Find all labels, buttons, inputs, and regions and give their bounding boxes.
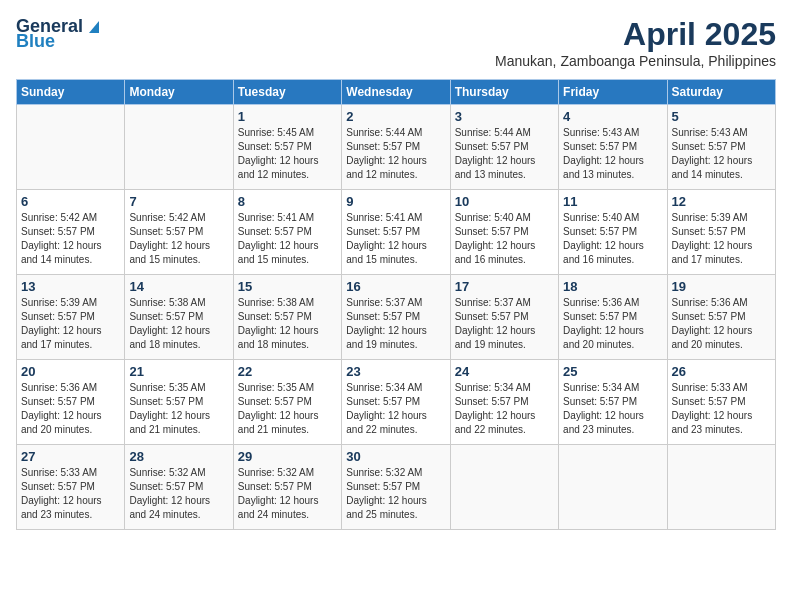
calendar-cell: 19Sunrise: 5:36 AM Sunset: 5:57 PM Dayli…	[667, 275, 775, 360]
day-number: 29	[238, 449, 337, 464]
header-cell-tuesday: Tuesday	[233, 80, 341, 105]
day-info: Sunrise: 5:37 AM Sunset: 5:57 PM Dayligh…	[346, 296, 445, 352]
day-info: Sunrise: 5:32 AM Sunset: 5:57 PM Dayligh…	[346, 466, 445, 522]
day-info: Sunrise: 5:45 AM Sunset: 5:57 PM Dayligh…	[238, 126, 337, 182]
calendar-cell: 20Sunrise: 5:36 AM Sunset: 5:57 PM Dayli…	[17, 360, 125, 445]
calendar-week-3: 13Sunrise: 5:39 AM Sunset: 5:57 PM Dayli…	[17, 275, 776, 360]
calendar-cell: 21Sunrise: 5:35 AM Sunset: 5:57 PM Dayli…	[125, 360, 233, 445]
day-number: 6	[21, 194, 120, 209]
calendar-cell: 4Sunrise: 5:43 AM Sunset: 5:57 PM Daylig…	[559, 105, 667, 190]
day-info: Sunrise: 5:39 AM Sunset: 5:57 PM Dayligh…	[672, 211, 771, 267]
day-number: 7	[129, 194, 228, 209]
day-number: 2	[346, 109, 445, 124]
logo: General Blue	[16, 16, 103, 52]
day-info: Sunrise: 5:36 AM Sunset: 5:57 PM Dayligh…	[21, 381, 120, 437]
calendar-cell	[125, 105, 233, 190]
day-info: Sunrise: 5:32 AM Sunset: 5:57 PM Dayligh…	[238, 466, 337, 522]
day-number: 13	[21, 279, 120, 294]
calendar-week-2: 6Sunrise: 5:42 AM Sunset: 5:57 PM Daylig…	[17, 190, 776, 275]
title-block: April 2025 Manukan, Zamboanga Peninsula,…	[495, 16, 776, 69]
day-info: Sunrise: 5:35 AM Sunset: 5:57 PM Dayligh…	[238, 381, 337, 437]
calendar-cell: 24Sunrise: 5:34 AM Sunset: 5:57 PM Dayli…	[450, 360, 558, 445]
day-info: Sunrise: 5:38 AM Sunset: 5:57 PM Dayligh…	[238, 296, 337, 352]
calendar-cell: 5Sunrise: 5:43 AM Sunset: 5:57 PM Daylig…	[667, 105, 775, 190]
day-info: Sunrise: 5:32 AM Sunset: 5:57 PM Dayligh…	[129, 466, 228, 522]
calendar-cell	[667, 445, 775, 530]
day-info: Sunrise: 5:34 AM Sunset: 5:57 PM Dayligh…	[563, 381, 662, 437]
header-cell-monday: Monday	[125, 80, 233, 105]
calendar-cell: 30Sunrise: 5:32 AM Sunset: 5:57 PM Dayli…	[342, 445, 450, 530]
day-number: 25	[563, 364, 662, 379]
day-number: 17	[455, 279, 554, 294]
calendar-cell	[450, 445, 558, 530]
day-number: 26	[672, 364, 771, 379]
day-number: 1	[238, 109, 337, 124]
day-number: 3	[455, 109, 554, 124]
header-cell-sunday: Sunday	[17, 80, 125, 105]
calendar-week-1: 1Sunrise: 5:45 AM Sunset: 5:57 PM Daylig…	[17, 105, 776, 190]
day-info: Sunrise: 5:40 AM Sunset: 5:57 PM Dayligh…	[563, 211, 662, 267]
calendar-cell: 15Sunrise: 5:38 AM Sunset: 5:57 PM Dayli…	[233, 275, 341, 360]
calendar-cell	[17, 105, 125, 190]
header-cell-saturday: Saturday	[667, 80, 775, 105]
calendar-cell: 22Sunrise: 5:35 AM Sunset: 5:57 PM Dayli…	[233, 360, 341, 445]
day-info: Sunrise: 5:34 AM Sunset: 5:57 PM Dayligh…	[455, 381, 554, 437]
calendar-cell	[559, 445, 667, 530]
calendar-cell: 10Sunrise: 5:40 AM Sunset: 5:57 PM Dayli…	[450, 190, 558, 275]
day-info: Sunrise: 5:39 AM Sunset: 5:57 PM Dayligh…	[21, 296, 120, 352]
calendar-cell: 13Sunrise: 5:39 AM Sunset: 5:57 PM Dayli…	[17, 275, 125, 360]
day-info: Sunrise: 5:42 AM Sunset: 5:57 PM Dayligh…	[21, 211, 120, 267]
day-number: 9	[346, 194, 445, 209]
day-number: 18	[563, 279, 662, 294]
calendar-subtitle: Manukan, Zamboanga Peninsula, Philippine…	[495, 53, 776, 69]
calendar-cell: 8Sunrise: 5:41 AM Sunset: 5:57 PM Daylig…	[233, 190, 341, 275]
day-info: Sunrise: 5:35 AM Sunset: 5:57 PM Dayligh…	[129, 381, 228, 437]
logo-blue-text: Blue	[16, 31, 55, 52]
calendar-cell: 25Sunrise: 5:34 AM Sunset: 5:57 PM Dayli…	[559, 360, 667, 445]
calendar-cell: 29Sunrise: 5:32 AM Sunset: 5:57 PM Dayli…	[233, 445, 341, 530]
day-number: 11	[563, 194, 662, 209]
day-number: 16	[346, 279, 445, 294]
day-number: 28	[129, 449, 228, 464]
day-info: Sunrise: 5:40 AM Sunset: 5:57 PM Dayligh…	[455, 211, 554, 267]
header-row: SundayMondayTuesdayWednesdayThursdayFrid…	[17, 80, 776, 105]
calendar-cell: 2Sunrise: 5:44 AM Sunset: 5:57 PM Daylig…	[342, 105, 450, 190]
day-number: 5	[672, 109, 771, 124]
day-number: 23	[346, 364, 445, 379]
day-number: 30	[346, 449, 445, 464]
day-number: 15	[238, 279, 337, 294]
calendar-cell: 9Sunrise: 5:41 AM Sunset: 5:57 PM Daylig…	[342, 190, 450, 275]
svg-marker-0	[89, 21, 99, 33]
calendar-cell: 11Sunrise: 5:40 AM Sunset: 5:57 PM Dayli…	[559, 190, 667, 275]
calendar-cell: 28Sunrise: 5:32 AM Sunset: 5:57 PM Dayli…	[125, 445, 233, 530]
calendar-cell: 1Sunrise: 5:45 AM Sunset: 5:57 PM Daylig…	[233, 105, 341, 190]
header-cell-wednesday: Wednesday	[342, 80, 450, 105]
calendar-cell: 16Sunrise: 5:37 AM Sunset: 5:57 PM Dayli…	[342, 275, 450, 360]
calendar-title: April 2025	[495, 16, 776, 53]
day-number: 22	[238, 364, 337, 379]
day-info: Sunrise: 5:38 AM Sunset: 5:57 PM Dayligh…	[129, 296, 228, 352]
day-info: Sunrise: 5:41 AM Sunset: 5:57 PM Dayligh…	[238, 211, 337, 267]
calendar-cell: 18Sunrise: 5:36 AM Sunset: 5:57 PM Dayli…	[559, 275, 667, 360]
day-number: 20	[21, 364, 120, 379]
day-info: Sunrise: 5:37 AM Sunset: 5:57 PM Dayligh…	[455, 296, 554, 352]
calendar-cell: 26Sunrise: 5:33 AM Sunset: 5:57 PM Dayli…	[667, 360, 775, 445]
day-number: 10	[455, 194, 554, 209]
calendar-table: SundayMondayTuesdayWednesdayThursdayFrid…	[16, 79, 776, 530]
day-number: 19	[672, 279, 771, 294]
header-cell-friday: Friday	[559, 80, 667, 105]
day-number: 14	[129, 279, 228, 294]
day-info: Sunrise: 5:43 AM Sunset: 5:57 PM Dayligh…	[672, 126, 771, 182]
day-info: Sunrise: 5:41 AM Sunset: 5:57 PM Dayligh…	[346, 211, 445, 267]
day-info: Sunrise: 5:33 AM Sunset: 5:57 PM Dayligh…	[21, 466, 120, 522]
calendar-week-5: 27Sunrise: 5:33 AM Sunset: 5:57 PM Dayli…	[17, 445, 776, 530]
day-info: Sunrise: 5:36 AM Sunset: 5:57 PM Dayligh…	[563, 296, 662, 352]
calendar-cell: 23Sunrise: 5:34 AM Sunset: 5:57 PM Dayli…	[342, 360, 450, 445]
day-number: 24	[455, 364, 554, 379]
day-info: Sunrise: 5:44 AM Sunset: 5:57 PM Dayligh…	[455, 126, 554, 182]
calendar-week-4: 20Sunrise: 5:36 AM Sunset: 5:57 PM Dayli…	[17, 360, 776, 445]
day-number: 21	[129, 364, 228, 379]
day-info: Sunrise: 5:42 AM Sunset: 5:57 PM Dayligh…	[129, 211, 228, 267]
logo-icon	[85, 17, 103, 35]
page-header: General Blue April 2025 Manukan, Zamboan…	[16, 16, 776, 69]
